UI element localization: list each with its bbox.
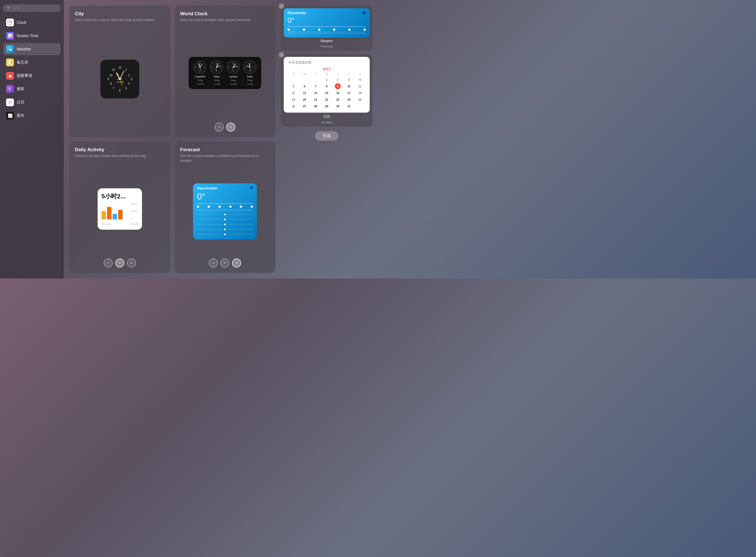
sidebar-item-clock[interactable]: Clock	[3, 17, 60, 29]
cal-d-23: 23	[335, 96, 341, 102]
rp-wp-small-line-2	[288, 33, 366, 34]
wp-hourly	[197, 206, 253, 208]
remove-calendar-btn[interactable]: −	[279, 52, 284, 57]
row-line-5	[197, 234, 222, 234]
y-label-30: 30分钟	[131, 210, 137, 213]
rp-wp-line-1	[288, 26, 366, 27]
cal-d-30: 30	[335, 103, 341, 109]
cal-d-10: 10	[346, 83, 352, 89]
bar-3	[113, 214, 117, 219]
sidebar-item-stocks[interactable]: 📈 股市	[3, 110, 60, 122]
cal-d-11: 11	[357, 83, 363, 89]
calendar-content: 今天无其他日程 JULY S M T W T F S 1 2	[284, 57, 370, 113]
cal-header-m: M	[299, 72, 310, 76]
hr-dot-6	[251, 206, 253, 208]
mini-clock-sydney: 12 6 9 3 Sydney Today +2小时	[226, 60, 240, 86]
search-input[interactable]	[13, 6, 57, 10]
sidebar-item-reminders[interactable]: ⏰ 提醒事项	[3, 69, 60, 82]
forecast-row-1	[197, 212, 253, 217]
cal-d-2: 2	[335, 77, 341, 83]
sidebar-item-podcasts[interactable]: 🎙 播客	[3, 83, 60, 95]
wp-temp-large: 0°	[197, 192, 253, 202]
size-btn-medium-activity[interactable]: 中	[115, 259, 124, 267]
activity-time: 5小时2...	[101, 192, 138, 201]
remove-weather-btn[interactable]: −	[279, 3, 284, 9]
hr-dot-5	[240, 206, 242, 208]
svg-point-59	[249, 66, 250, 68]
wp-header: Placeholder	[197, 186, 253, 190]
size-btn-small-forecast[interactable]: 小	[209, 259, 218, 267]
cal-d-3: 3	[346, 77, 352, 83]
search-bar[interactable]: 🔍	[3, 4, 60, 12]
svg-point-50	[233, 66, 234, 68]
svg-text:1: 1	[125, 68, 127, 71]
weather-widget-content: Placeholder 0°	[284, 8, 370, 37]
widgets-area: City Add a clock for a city to check the…	[69, 5, 275, 273]
weather-placeholder: Placeholder	[288, 11, 306, 15]
world-clock-title: World Clock	[180, 11, 270, 17]
paris-sub: Today	[247, 79, 253, 82]
city-panel: City Add a clock for a city to check the…	[69, 5, 170, 137]
time-label-3: 下午3时	[130, 223, 138, 226]
cupertino-label: Cupertino	[195, 75, 206, 78]
sidebar-item-weather[interactable]: 🌤 Weather	[3, 43, 60, 55]
city-title: City	[75, 11, 165, 17]
sidebar-item-notes[interactable]: 📝 备忘录	[3, 56, 60, 68]
row-line-3b	[228, 224, 253, 225]
hr-dot-3	[218, 206, 221, 208]
clock-preview: 12 6 9 3 11 1 10 2 8 4 7 5	[100, 60, 139, 98]
size-btn-large-activity[interactable]: 大	[127, 259, 136, 267]
wp-small-line-2	[197, 211, 253, 211]
row-line-2	[197, 219, 222, 219]
sydney-label: Sydney	[229, 75, 237, 78]
notes-icon: 📝	[6, 59, 14, 66]
cal-d-9-today: 9	[335, 83, 341, 89]
wp-small-line-1	[197, 209, 253, 210]
daily-activity-desc: Check in on your screen time activity fo…	[75, 154, 165, 158]
svg-text:12: 12	[216, 63, 218, 65]
cal-d-5: 5	[290, 83, 297, 89]
weather-dot	[362, 11, 366, 14]
cal-d-24: 24	[346, 96, 352, 102]
size-btn-medium-forecast[interactable]: 中	[220, 259, 229, 267]
weather-icon: 🌤	[6, 45, 14, 53]
size-btn-medium[interactable]: 中	[226, 123, 235, 131]
forecast-panel: Forecast See the current weather conditi…	[175, 142, 276, 273]
bar-4	[118, 210, 123, 219]
forecast-row-3	[197, 222, 253, 227]
mini-clock-paris: 12 6 9 3 Paris Today -6小时	[243, 60, 257, 86]
time-label-12: 下午12时	[101, 223, 111, 226]
done-button[interactable]: 完成	[315, 131, 338, 141]
cal-d-empty-end	[357, 103, 363, 109]
cal-d-17: 17	[346, 90, 352, 96]
size-btn-small-activity[interactable]: 小	[104, 259, 113, 267]
sidebar-item-screentime[interactable]: 📊 Screen Time	[3, 30, 60, 42]
cal-d-27: 27	[301, 103, 308, 109]
calendar-widget: − 今天无其他日程 JULY S M T W T F S 1	[281, 54, 372, 127]
cal-d-25: 25	[357, 96, 363, 102]
svg-point-3	[10, 22, 10, 23]
svg-point-23	[119, 78, 121, 80]
reminders-icon: ⏰	[6, 72, 14, 80]
widgets-row-2: Daily Activity Check in on your screen t…	[69, 142, 275, 273]
wp-line-1	[197, 203, 253, 204]
svg-text:12: 12	[118, 66, 121, 69]
weather-temp: 0°	[288, 16, 366, 25]
svg-text:11: 11	[112, 68, 115, 71]
svg-text:12: 12	[233, 63, 234, 65]
sidebar-item-calendar[interactable]: 17 日历	[3, 96, 60, 109]
forecast-weather-preview: Placeholder 0°	[193, 183, 257, 239]
rp-hr-dot-4	[333, 29, 335, 31]
sidebar-item-label-calendar: 日历	[17, 100, 24, 105]
hr-dot-2	[208, 206, 210, 208]
world-clock-size-buttons: 小 中	[180, 123, 270, 131]
rp-hr-dot-1	[288, 29, 290, 31]
sydney-time: +2小时	[230, 83, 237, 86]
sidebar-item-label-stocks: 股市	[17, 113, 24, 118]
cal-header-s2: S	[355, 72, 365, 76]
size-btn-large-forecast[interactable]: 大	[232, 259, 241, 267]
cal-d-26: 26	[290, 103, 297, 109]
city-preview-area: 12 6 9 3 11 1 10 2 8 4 7 5	[75, 27, 165, 131]
size-btn-small[interactable]: 小	[215, 123, 223, 131]
row-dot-1	[224, 213, 226, 215]
